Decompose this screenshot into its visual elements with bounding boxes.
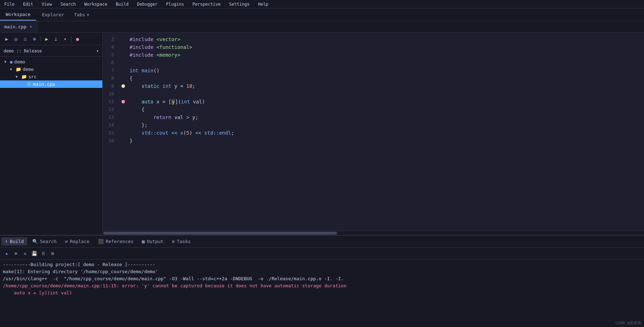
bottom-tab-replace[interactable]: ⇄ Replace [62, 237, 93, 246]
run-icon[interactable]: ▶ [3, 35, 11, 43]
target-icon[interactable]: ◎ [12, 35, 20, 43]
menu-build[interactable]: Build [114, 1, 130, 7]
build-output-line-2: make[1]: Entering directory '/home/cpp_c… [3, 268, 641, 275]
debug-run-icon[interactable]: ▶ [43, 35, 51, 43]
code-line-16: 16 } [103, 137, 644, 145]
code-line-7: 7 int main() [103, 67, 644, 74]
bottom-toolbar: ★ ⊕ ✕ 💾 ⎘ ⊞ [0, 248, 644, 260]
link2-icon[interactable]: ⊕ [12, 250, 20, 258]
bottom-tab-references[interactable]: ⬛ References [95, 237, 137, 246]
tree-item-folder-demo[interactable]: ▼ 📁 demo [0, 66, 102, 73]
menu-file[interactable]: File [3, 1, 16, 7]
bottom-panel: ⬇ Build 🔍 Search ⇄ Replace ⬛ References … [0, 235, 644, 327]
bottom-tab-bar: ⬇ Build 🔍 Search ⇄ Replace ⬛ References … [0, 236, 644, 248]
file-icon: 🗎 [27, 81, 32, 87]
build-icon: ⬇ [5, 239, 8, 244]
scrollbar-thumb[interactable] [103, 232, 337, 235]
tree-item-file-main-cpp[interactable]: ▶ 🗎 main.cpp [0, 80, 102, 88]
menu-help[interactable]: Help [257, 1, 270, 7]
build-output-line-1: ----------Building project:[ demo - Rele… [3, 261, 641, 268]
debug-dropdown-icon[interactable]: ▾ [61, 35, 69, 43]
code-line-11: 11 auto x = [y](int val) [103, 98, 644, 106]
build-output-line-3: /usr/bin/clang++ -c "/home/cpp_course/de… [3, 275, 641, 282]
breakpoint-yellow-icon [121, 84, 125, 88]
config-label: demo :: Release [4, 49, 42, 53]
config-chevron-icon: ▾ [96, 49, 99, 53]
menu-search[interactable]: Search [59, 1, 77, 7]
close-tab-button[interactable]: × [29, 24, 33, 29]
tab-tabs-dropdown[interactable]: Tabs ▾ [70, 9, 93, 20]
code-line-6: 6 [103, 59, 644, 67]
bottom-tab-build-label: Build [10, 239, 24, 244]
code-line-4: 4 #include <functional> [103, 43, 644, 51]
tree-label: src [28, 74, 36, 79]
copy-icon[interactable]: ⎘ [40, 250, 47, 258]
build-output-line-5: auto x = [y](int val) [3, 289, 641, 297]
circle-icon: ◉ [10, 59, 13, 64]
code-line-5: 5 #include <memory> [103, 51, 644, 59]
folder-open-icon: 📁 [21, 74, 27, 79]
code-line-9: 9 static int y = 10; [103, 82, 644, 90]
menu-settings[interactable]: Settings [228, 1, 251, 7]
menu-bar: File Edit View Search Workspace Build De… [0, 0, 644, 9]
bottom-tab-search[interactable]: 🔍 Search [29, 237, 60, 246]
toolbar-separator [40, 36, 41, 42]
top-tab-bar: Workspace Explorer Tabs ▾ [0, 9, 644, 21]
main-area: ▶ ◎ ⌂ ⊕ ▶ ⤓ ▾ ● demo :: Release ▾ ▼ ◉ de… [0, 33, 644, 235]
tree-label: demo [23, 67, 34, 72]
tasks-icon: ≡ [172, 239, 175, 244]
sidebar: ▶ ◎ ⌂ ⊕ ▶ ⤓ ▾ ● demo :: Release ▾ ▼ ◉ de… [0, 33, 103, 235]
breakpoint-red-icon [121, 100, 125, 103]
tree-item-root-demo[interactable]: ▼ ◉ demo [0, 58, 102, 66]
copy-all-icon[interactable]: ⊞ [49, 250, 57, 258]
toolbar-separator-2 [71, 36, 72, 42]
bottom-tab-output[interactable]: ▦ Output [138, 237, 167, 246]
home-icon[interactable]: ⌂ [21, 35, 29, 43]
build-output: ----------Building project:[ demo - Rele… [0, 260, 644, 327]
tree-view: ▼ ◉ demo ▼ 📁 demo ▼ 📁 src ▶ [0, 57, 102, 235]
menu-edit[interactable]: Edit [22, 1, 35, 7]
collapse-icon: ▼ [10, 67, 14, 71]
file-tab-bar: main.cpp × [0, 21, 644, 33]
save2-icon[interactable]: 💾 [30, 250, 38, 258]
debug-step-icon[interactable]: ⤓ [52, 35, 60, 43]
bottom-tab-build[interactable]: ⬇ Build [1, 237, 27, 246]
tab-workspace[interactable]: Workspace [0, 9, 36, 21]
debug-record-icon[interactable]: ● [74, 35, 81, 43]
tree-label: demo [14, 59, 25, 64]
bottom-tab-tasks-label: Tasks [177, 239, 190, 244]
tree-label: main.cpp [33, 81, 55, 87]
bottom-tab-output-label: Output [147, 239, 164, 244]
file-tab-main-cpp[interactable]: main.cpp × [0, 21, 38, 32]
horizontal-scrollbar[interactable] [103, 231, 644, 235]
clear-icon[interactable]: ✕ [21, 250, 29, 258]
output-icon: ▦ [142, 239, 145, 244]
pin-icon[interactable]: ★ [3, 250, 11, 258]
code-line-12: 12 { [103, 106, 644, 113]
tree-item-folder-src[interactable]: ▼ 📁 src [0, 73, 102, 80]
code-line-10: 10 [103, 90, 644, 98]
code-line-15: 15 std::cout << x(5) << std::endl; [103, 129, 644, 137]
chevron-down-icon: ▾ [86, 12, 89, 17]
editor-area: 3 #include <vector> 4 #include <function… [103, 33, 644, 235]
collapse-icon: ▼ [4, 60, 8, 64]
menu-perspective[interactable]: Perspective [191, 1, 222, 7]
menu-debugger[interactable]: Debugger [136, 1, 159, 7]
build-output-line-4: /home/cpp_course/demo/demo/main.cpp:11:1… [3, 282, 641, 289]
tab-explorer[interactable]: Explorer [36, 9, 70, 20]
config-selector[interactable]: demo :: Release ▾ [0, 45, 102, 57]
menu-workspace[interactable]: Workspace [83, 1, 109, 7]
file-tab-label: main.cpp [4, 24, 27, 29]
watermark: CSDN @星烧酒 [615, 320, 641, 326]
bottom-tab-tasks[interactable]: ≡ Tasks [169, 237, 194, 246]
collapse-icon: ▼ [16, 75, 20, 79]
code-line-8: 8 { [103, 74, 644, 82]
sidebar-toolbar: ▶ ◎ ⌂ ⊕ ▶ ⤓ ▾ ● [0, 33, 102, 45]
bottom-tab-references-label: References [106, 239, 133, 244]
bottom-tab-replace-label: Replace [70, 239, 90, 244]
menu-plugins[interactable]: Plugins [165, 1, 186, 7]
references-icon: ⬛ [98, 239, 104, 244]
link-icon[interactable]: ⊕ [30, 35, 38, 43]
code-editor[interactable]: 3 #include <vector> 4 #include <function… [103, 33, 644, 231]
menu-view[interactable]: View [40, 1, 53, 7]
